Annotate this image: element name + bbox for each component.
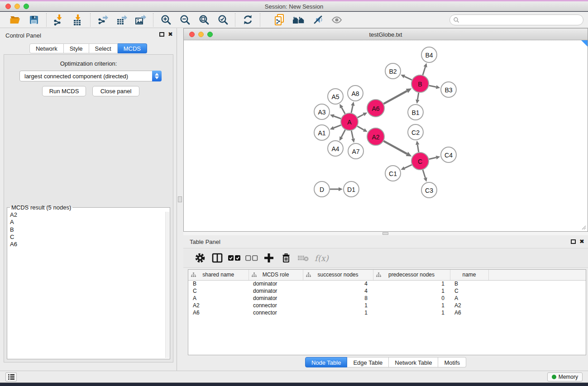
run-mcds-button[interactable]: Run MCDS (42, 86, 86, 96)
table-float-icon[interactable] (571, 239, 576, 244)
graph-edge-B-B3[interactable] (429, 86, 436, 87)
export-table-icon[interactable] (112, 13, 131, 27)
cell-predecessor-nodes[interactable]: 1 (373, 287, 450, 295)
cell-name[interactable]: C (450, 287, 488, 295)
column-header-shared-name[interactable]: shared name (188, 270, 249, 280)
table-row[interactable]: Bdominator41B (188, 280, 586, 287)
column-header-name[interactable]: name (450, 270, 488, 280)
graph-edge-A-A7[interactable] (351, 131, 353, 139)
graph-edge-C-C3[interactable] (423, 170, 425, 178)
graph-edge-C-C1[interactable] (405, 165, 412, 168)
cell-shared-name[interactable]: B (188, 280, 249, 287)
zoom-selected-icon[interactable] (213, 13, 232, 27)
close-panel-button[interactable]: Close panel (92, 86, 139, 96)
cell-name[interactable]: A2 (450, 302, 488, 309)
cell-predecessor-nodes[interactable]: 1 (373, 280, 450, 287)
graph-edge-A2-C[interactable] (384, 141, 407, 154)
network-canvas[interactable]: AA1A2A3A4A5A6A7A8BB1B2B3B4CC1C2C3C4DD1 (184, 40, 588, 231)
float-panel-icon[interactable] (159, 32, 164, 37)
show-columns-icon[interactable] (209, 250, 226, 266)
table-row[interactable]: Cdominator41C (188, 287, 586, 295)
cell-MCDS-role[interactable]: dominator (249, 287, 303, 295)
table-close-icon[interactable]: ✖ (579, 239, 584, 244)
cell-successor-nodes[interactable]: 1 (303, 302, 373, 309)
cell-successor-nodes[interactable]: 4 (303, 287, 373, 295)
table-row[interactable]: A2connector11A2 (188, 302, 586, 309)
cell-name[interactable]: A6 (450, 309, 488, 316)
column-header-successor-nodes[interactable]: successor nodes (303, 270, 373, 280)
table-row[interactable]: Adominator80A (188, 295, 586, 302)
tab-select[interactable]: Select (89, 43, 118, 53)
tab-node-table[interactable]: Node Table (305, 357, 348, 367)
export-image-icon[interactable] (131, 13, 150, 27)
home-view-icon[interactable] (289, 13, 308, 27)
open-session-icon[interactable] (5, 13, 24, 27)
search-input[interactable] (459, 15, 583, 24)
add-column-icon[interactable] (260, 250, 277, 266)
tab-network-table[interactable]: Network Table (389, 357, 438, 367)
table-settings-gear-icon[interactable] (191, 250, 209, 266)
cell-shared-name[interactable]: A6 (188, 309, 249, 316)
memory-button[interactable]: Memory (547, 372, 583, 381)
graph-edge-B-B1[interactable] (417, 93, 418, 100)
task-history-button[interactable] (5, 372, 17, 381)
graph-edge-A-A8[interactable] (351, 105, 353, 113)
optimization-dropdown[interactable]: largest connected component (directed) (19, 71, 162, 81)
clone-network-icon[interactable] (270, 13, 289, 27)
cell-name[interactable]: B (450, 280, 488, 287)
deselect-all-icon[interactable] (243, 250, 260, 266)
zoom-in-icon[interactable] (156, 13, 175, 27)
node-table-container[interactable]: shared nameMCDS rolesuccessor nodesprede… (188, 269, 586, 355)
cell-successor-nodes[interactable]: 8 (303, 295, 373, 302)
table-row[interactable]: A6connector11A6 (188, 309, 586, 316)
mcds-result-item[interactable]: C (10, 234, 170, 241)
import-table-icon[interactable] (68, 13, 87, 27)
cell-MCDS-role[interactable]: dominator (249, 280, 303, 287)
graph-edge-A6-B[interactable] (384, 91, 407, 104)
mcds-result-item[interactable]: B (10, 226, 170, 234)
column-header-predecessor-nodes[interactable]: predecessor nodes (373, 270, 450, 280)
eye-icon[interactable] (327, 13, 346, 27)
refresh-icon[interactable] (238, 13, 257, 27)
cell-successor-nodes[interactable]: 1 (303, 309, 373, 316)
graph-edge-A-A6[interactable] (358, 114, 364, 118)
graph-edge-A-A3[interactable] (334, 116, 341, 119)
tab-motifs[interactable]: Motifs (438, 357, 466, 367)
tab-mcds[interactable]: MCDS (118, 43, 147, 53)
mcds-result-item[interactable]: A2 (10, 211, 170, 219)
graph-edge-B-B2[interactable] (404, 76, 412, 80)
cell-shared-name[interactable]: C (188, 287, 249, 295)
zoom-out-icon[interactable] (175, 13, 194, 27)
graph-edge-C-C4[interactable] (429, 157, 436, 159)
close-panel-icon[interactable]: ✖ (168, 32, 173, 37)
cell-MCDS-role[interactable]: dominator (249, 295, 303, 302)
horizontal-splitter-grip[interactable] (382, 232, 388, 235)
search-field[interactable] (449, 14, 583, 25)
cell-predecessor-nodes[interactable]: 1 (373, 309, 450, 316)
import-network-icon[interactable] (49, 13, 68, 27)
select-all-icon[interactable] (226, 250, 243, 266)
mcds-result-item[interactable]: A6 (10, 241, 170, 248)
graph-edge-B-B4[interactable] (423, 67, 425, 75)
vertical-splitter-grip[interactable] (178, 196, 182, 202)
mcds-result-item[interactable]: A (10, 219, 170, 226)
tab-network[interactable]: Network (29, 43, 64, 53)
column-header-MCDS-role[interactable]: MCDS role (249, 270, 303, 280)
cell-MCDS-role[interactable]: connector (249, 309, 303, 316)
graph-edge-A-A5[interactable] (342, 107, 345, 114)
delete-column-trash-icon[interactable] (277, 250, 295, 266)
tab-edge-table[interactable]: Edge Table (347, 357, 389, 367)
save-session-icon[interactable] (24, 13, 43, 27)
cell-successor-nodes[interactable]: 4 (303, 280, 373, 287)
horizontal-splitter[interactable] (183, 232, 588, 235)
export-network-icon[interactable] (93, 13, 112, 27)
cell-shared-name[interactable]: A (188, 295, 249, 302)
cell-MCDS-role[interactable]: connector (249, 302, 303, 309)
cell-name[interactable]: A (450, 295, 488, 302)
graph-edge-A-A2[interactable] (357, 126, 364, 130)
graph-edge-A-A4[interactable] (341, 130, 345, 138)
tab-style[interactable]: Style (64, 43, 89, 53)
network-window-titlebar[interactable]: testGlobe.txt (184, 29, 588, 40)
graph-edge-C-C2[interactable] (417, 145, 419, 152)
network-graph[interactable]: AA1A2A3A4A5A6A7A8BB1B2B3B4CC1C2C3C4DD1 (184, 40, 588, 231)
